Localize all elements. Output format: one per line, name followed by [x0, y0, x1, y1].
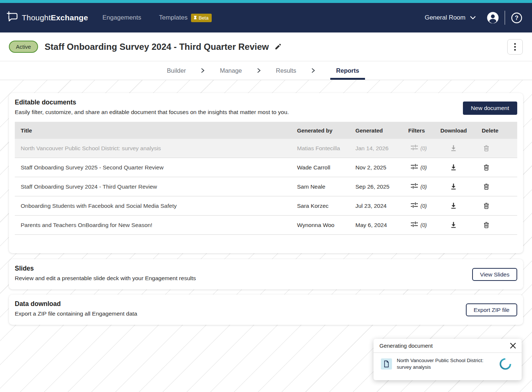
svg-text:?: ?	[515, 15, 519, 21]
tab-builder[interactable]: Builder	[167, 61, 186, 80]
export-zip-button[interactable]: Export ZIP file	[466, 303, 517, 316]
tab-reports[interactable]: Reports	[330, 61, 365, 80]
table-row: Parents and Teachers OnBoarding for New …	[15, 216, 517, 235]
filters-control[interactable]: (0)	[408, 202, 440, 210]
brand-logo[interactable]: ThoughtExchange	[6, 11, 88, 25]
document-title: Staff Onboarding Survey 2025 - Second Qu…	[15, 164, 297, 171]
delete-icon[interactable]	[482, 183, 517, 190]
documents-table: Title Generated by Generated Filters Dow…	[15, 122, 517, 235]
filter-sliders-icon	[410, 221, 418, 229]
generated-date: May 6, 2024	[355, 222, 408, 228]
filters-control[interactable]: (0)	[408, 164, 440, 171]
document-title: Staff Onboarding Survey 2024 - Third Qua…	[15, 183, 297, 190]
status-badge: Active	[9, 41, 38, 53]
nav-templates[interactable]: Templates Beta	[159, 14, 212, 22]
top-nav-links: Engagements Templates Beta	[102, 14, 212, 22]
top-navigation-bar: ThoughtExchange Engagements Templates Be…	[0, 3, 532, 32]
chevron-down-icon	[470, 14, 476, 21]
tab-manage[interactable]: Manage	[220, 61, 242, 80]
filters-control[interactable]: (0)	[408, 183, 440, 190]
tab-results[interactable]: Results	[276, 61, 296, 80]
download-icon[interactable]	[440, 164, 482, 171]
filter-sliders-icon	[410, 202, 418, 210]
download-icon[interactable]	[440, 221, 482, 228]
loading-spinner-icon	[499, 357, 512, 371]
table-row: Staff Onboarding Survey 2025 - Second Qu…	[15, 158, 517, 177]
slides-subtitle: Review and edit a presentable slide deck…	[15, 275, 517, 282]
documents-table-header: Title Generated by Generated Filters Dow…	[15, 122, 517, 139]
filters-control: (0)	[408, 144, 440, 152]
thoughtexchange-logo-icon	[6, 11, 18, 25]
filters-count: (0)	[420, 203, 427, 209]
top-accent-strip	[0, 0, 532, 3]
edit-title-icon[interactable]	[274, 43, 282, 50]
download-icon[interactable]	[440, 202, 482, 209]
generated-date: Jul 23, 2024	[355, 203, 408, 209]
engagement-stepper: Builder Manage Results Reports	[0, 61, 532, 80]
generated-date: Sep 26, 2025	[355, 183, 408, 190]
document-title: Onboarding Students with Facebook and So…	[15, 203, 297, 209]
more-options-button[interactable]	[507, 39, 523, 55]
generated-date: Nov 2, 2025	[355, 164, 408, 171]
delete-icon	[482, 145, 517, 152]
filters-count: (0)	[420, 184, 427, 190]
table-row: North Vancouver Public School District: …	[15, 139, 517, 158]
view-slides-button[interactable]: View Slides	[472, 268, 517, 281]
page-header: Active Staff Onboarding Survey 2024 - Th…	[0, 32, 532, 61]
close-icon[interactable]	[510, 343, 516, 348]
table-row: Staff Onboarding Survey 2024 - Third Qua…	[15, 177, 517, 196]
generating-document-toast: Generating document North Vancouver Publ…	[374, 339, 522, 380]
filters-count: (0)	[420, 145, 427, 151]
delete-icon[interactable]	[482, 202, 517, 210]
column-header-filters: Filters	[408, 127, 440, 134]
top-right-cluster: General Room ?	[424, 11, 522, 25]
page-title: Staff Onboarding Survey 2024 - Third Qua…	[45, 42, 269, 52]
chevron-right-icon	[311, 61, 316, 80]
nav-engagements[interactable]: Engagements	[102, 14, 141, 21]
column-header-download: Download	[440, 127, 482, 134]
filters-count: (0)	[420, 165, 427, 171]
slides-card: Slides Review and edit a presentable sli…	[9, 259, 523, 289]
room-selector[interactable]: General Room	[424, 14, 476, 21]
column-header-generated-by: Generated by	[297, 127, 355, 134]
filter-sliders-icon	[410, 183, 418, 190]
generated-by: Wade Carroll	[297, 164, 355, 171]
beta-badge: Beta	[191, 14, 212, 22]
column-header-generated: Generated	[355, 127, 408, 134]
generating-document-name: North Vancouver Public School District: …	[397, 357, 492, 371]
toast-header: Generating document	[374, 339, 522, 353]
generated-date: Jan 14, 2026	[355, 145, 408, 152]
column-header-title: Title	[15, 127, 297, 134]
data-download-subtitle: Export a ZIP file containing all Engagem…	[15, 310, 517, 317]
chevron-right-icon	[201, 61, 205, 80]
generated-by: Sam Neale	[297, 183, 355, 190]
column-header-delete: Delete	[482, 127, 517, 134]
toast-body: North Vancouver Public School District: …	[374, 353, 522, 375]
download-icon[interactable]	[440, 183, 482, 190]
new-document-button[interactable]: New document	[463, 102, 517, 115]
filters-count: (0)	[420, 222, 427, 228]
slides-title: Slides	[15, 265, 517, 272]
brand-name: ThoughtExchange	[22, 13, 88, 22]
document-icon	[381, 358, 392, 369]
chevron-right-icon	[257, 61, 261, 80]
editable-documents-subtitle: Easily filter, customize, and share an e…	[15, 109, 517, 116]
editable-documents-card: Editable documents Easily filter, custom…	[9, 93, 523, 253]
data-download-card: Data download Export a ZIP file containi…	[9, 295, 523, 325]
avatar[interactable]	[487, 12, 499, 24]
generated-by: Sara Korzec	[297, 203, 355, 209]
document-title: Parents and Teachers OnBoarding for New …	[15, 222, 297, 228]
generated-by: Wynonna Woo	[297, 222, 355, 228]
data-download-title: Data download	[15, 300, 517, 308]
table-row: Onboarding Students with Facebook and So…	[15, 196, 517, 216]
delete-icon[interactable]	[482, 221, 517, 229]
filter-sliders-icon	[410, 164, 418, 171]
editable-documents-title: Editable documents	[15, 99, 517, 106]
toast-title: Generating document	[379, 343, 433, 349]
filters-control[interactable]: (0)	[408, 221, 440, 229]
download-icon	[440, 145, 482, 152]
delete-icon[interactable]	[482, 164, 517, 171]
document-title: North Vancouver Public School District: …	[15, 145, 297, 152]
filter-sliders-icon	[410, 144, 418, 152]
help-icon[interactable]: ?	[511, 12, 522, 24]
